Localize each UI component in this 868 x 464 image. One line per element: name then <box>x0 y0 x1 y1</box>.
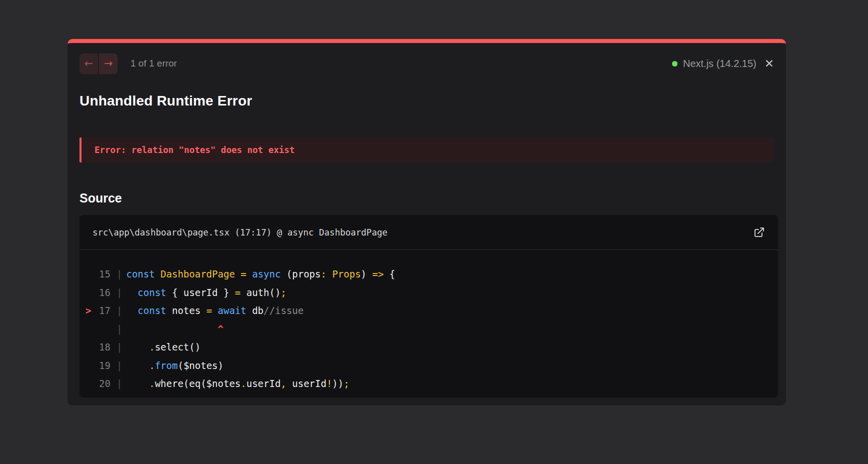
error-count-label: 1 of 1 error <box>130 58 177 69</box>
gutter-pipe: | <box>110 320 126 338</box>
source-section-heading: Source <box>80 191 774 206</box>
line-number: 15 <box>92 265 110 284</box>
gutter-pipe: | <box>110 338 126 356</box>
gutter-spacer <box>80 356 92 375</box>
status-dot-icon <box>672 61 678 66</box>
error-overlay-dialog: ← → 1 of 1 error Next.js (14.2.15) ✕ Unh… <box>68 39 786 406</box>
code-frame-header: src\app\dashboard\page.tsx (17:17) @ asy… <box>80 215 778 250</box>
header-right: Next.js (14.2.15) ✕ <box>672 58 774 70</box>
code-text: .from($notes) <box>126 356 224 375</box>
gutter-spacer <box>80 320 92 338</box>
code-block: 15|const DashboardPage = async (props: P… <box>80 250 778 393</box>
code-text: const { userId } = auth(); <box>126 284 286 302</box>
error-pagination: ← → <box>80 54 118 74</box>
error-line-marker: > <box>80 302 92 320</box>
gutter-spacer <box>80 284 92 302</box>
code-line: 18| .select() <box>80 338 778 356</box>
code-text: .select() <box>126 338 200 356</box>
code-line: 20| .where(eq($notes.userId, userId!)); <box>80 374 778 393</box>
code-text: const DashboardPage = async (props: Prop… <box>126 265 395 284</box>
line-number: 20 <box>92 374 110 393</box>
line-number <box>92 320 110 338</box>
error-message-box: Error: relation "notes" does not exist <box>80 138 774 162</box>
code-text: .where(eq($notes.userId, userId!)); <box>126 374 349 393</box>
page-title: Unhandled Runtime Error <box>80 93 774 109</box>
close-icon[interactable]: ✕ <box>764 58 774 70</box>
gutter-spacer <box>80 374 92 393</box>
code-text: const notes = await db//issue <box>126 302 304 320</box>
error-message-text: Error: relation "notes" does not exist <box>94 145 294 155</box>
gutter-pipe: | <box>110 265 126 284</box>
line-number: 18 <box>92 338 110 356</box>
code-line: >17| const notes = await db//issue <box>80 302 778 320</box>
external-link-icon <box>753 226 765 238</box>
framework-version-label: Next.js (14.2.15) <box>683 58 756 70</box>
gutter-spacer <box>80 265 92 284</box>
previous-error-button[interactable]: ← <box>80 54 98 74</box>
gutter-pipe: | <box>110 374 126 393</box>
line-number: 17 <box>92 302 110 320</box>
open-in-editor-button[interactable] <box>753 226 765 238</box>
gutter-spacer <box>80 338 92 356</box>
code-text: ^ <box>126 320 223 338</box>
next-error-button[interactable]: → <box>99 54 118 74</box>
code-frame: src\app\dashboard\page.tsx (17:17) @ asy… <box>80 215 778 398</box>
line-number: 16 <box>92 284 110 302</box>
source-file-path: src\app\dashboard\page.tsx (17:17) @ asy… <box>92 228 388 238</box>
code-line: 15|const DashboardPage = async (props: P… <box>80 265 778 284</box>
gutter-pipe: | <box>110 302 126 320</box>
gutter-pipe: | <box>110 284 126 302</box>
code-line: 16| const { userId } = auth(); <box>80 284 778 302</box>
code-line: | ^ <box>80 320 778 338</box>
dialog-header: ← → 1 of 1 error Next.js (14.2.15) ✕ <box>80 53 774 74</box>
code-line: 19| .from($notes) <box>80 356 778 375</box>
line-number: 19 <box>92 356 110 375</box>
gutter-pipe: | <box>110 356 126 375</box>
